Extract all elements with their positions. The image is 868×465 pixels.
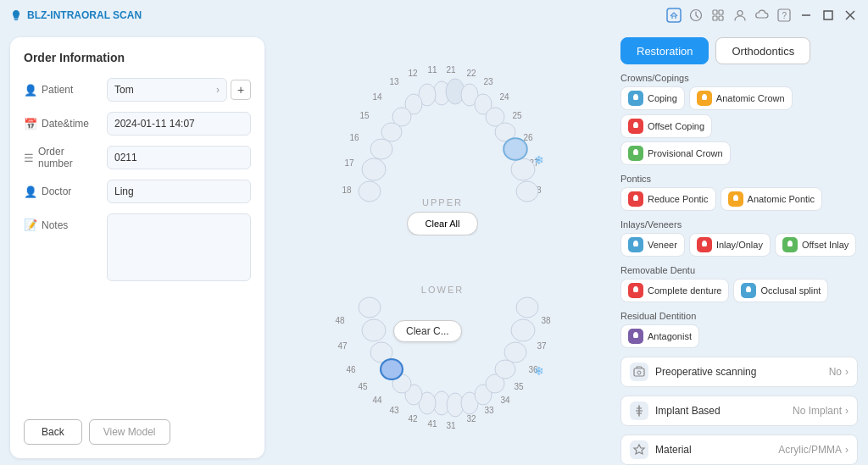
app-title-area: BLZ-INTRAORAL SCAN	[10, 9, 142, 21]
complete-denture-chip[interactable]: Complete denture	[620, 279, 729, 302]
material-value: Acrylic/PMMA ›	[778, 444, 849, 456]
clock-icon[interactable]	[688, 8, 704, 23]
preoperative-scanning-row[interactable]: Preoperative scanning No ›	[620, 357, 858, 387]
patient-value-field[interactable]: Tom ›	[107, 78, 227, 102]
svg-text:14: 14	[372, 92, 382, 102]
svg-text:48: 48	[335, 316, 345, 325]
dental-chart-svg: 11 21 12 22 13 23 14 24 15 25 16 26 17 2…	[307, 58, 578, 439]
crowns-section-label: Crowns/Copings	[620, 73, 858, 83]
clear-c-button[interactable]: Clear C...	[393, 320, 462, 342]
order-number-input[interactable]	[107, 146, 251, 169]
pontics-section: Pontics Reduce Pontic Anatomic Pontic	[620, 174, 858, 214]
reduce-pontic-chip[interactable]: Reduce Pontic	[620, 187, 716, 211]
material-chevron-icon: ›	[845, 444, 849, 456]
tab-row: Restoration Orthodontics	[620, 37, 858, 64]
left-panel-buttons: Back View Model	[24, 419, 251, 445]
dental-chart-panel: 11 21 12 22 13 23 14 24 15 25 16 26 17 2…	[273, 37, 612, 458]
occlusal-splint-icon	[741, 283, 756, 298]
pontics-items-grid: Reduce Pontic Anatomic Pontic	[620, 187, 858, 211]
patient-icon: 👤	[24, 84, 37, 97]
svg-rect-2	[667, 8, 681, 22]
coping-chip[interactable]: Coping	[620, 86, 685, 110]
removable-section-label: Removable Dentu	[620, 265, 858, 275]
svg-text:34: 34	[500, 396, 510, 405]
user-icon[interactable]	[732, 8, 748, 23]
svg-text:46: 46	[346, 365, 356, 374]
svg-text:37: 37	[537, 341, 547, 351]
svg-text:❄: ❄	[534, 364, 544, 378]
svg-rect-5	[719, 10, 723, 14]
notes-textarea[interactable]	[107, 213, 251, 281]
svg-text:18: 18	[342, 185, 352, 195]
provisional-crown-icon	[628, 146, 643, 161]
veneer-chip[interactable]: Veneer	[620, 233, 685, 257]
notes-row: 📝 Notes	[24, 213, 251, 281]
anatomic-crown-chip[interactable]: Anatomic Crown	[689, 86, 793, 110]
titlebar-controls: ?	[666, 8, 858, 23]
svg-text:25: 25	[512, 111, 522, 120]
residual-items-grid: Antagonist	[620, 324, 858, 348]
svg-text:22: 22	[466, 69, 476, 78]
help-icon[interactable]: ?	[776, 8, 792, 23]
offset-inlay-icon	[782, 237, 798, 252]
cloud-icon[interactable]	[754, 8, 770, 23]
grid-icon[interactable]	[710, 8, 726, 23]
implant-based-icon	[630, 401, 648, 420]
svg-point-46	[516, 181, 538, 202]
app-title: BLZ-INTRAORAL SCAN	[27, 9, 142, 21]
view-model-button[interactable]: View Model	[89, 419, 170, 445]
back-button[interactable]: Back	[24, 419, 82, 445]
restoration-tab[interactable]: Restoration	[620, 37, 709, 64]
order-number-row: ☰ Order number	[24, 146, 251, 169]
doctor-icon: 👤	[24, 185, 37, 198]
provisional-grid: Provisional Crown	[620, 141, 858, 165]
svg-text:24: 24	[499, 92, 509, 102]
svg-point-66	[381, 359, 403, 379]
antagonist-chip[interactable]: Antagonist	[620, 324, 699, 348]
svg-text:17: 17	[344, 158, 354, 168]
anatomic-crown-icon	[697, 91, 712, 106]
pontics-section-label: Pontics	[620, 174, 858, 184]
order-info-panel: Order Information 👤 Patient Tom › + 📅 Da…	[10, 37, 264, 458]
implant-based-row[interactable]: Implant Based No Implant ›	[620, 396, 858, 426]
doctor-input[interactable]	[107, 180, 251, 203]
offset-inlay-chip[interactable]: Offset Inlay	[775, 233, 856, 257]
maximize-button[interactable]	[821, 8, 836, 23]
svg-point-47	[504, 138, 527, 160]
main-content: Order Information 👤 Patient Tom › + 📅 Da…	[0, 30, 868, 465]
datetime-input[interactable]	[107, 112, 251, 136]
provisional-crown-chip[interactable]: Provisional Crown	[620, 141, 731, 165]
removable-section: Removable Dentu Complete denture Occlusa…	[620, 265, 858, 306]
coping-icon	[628, 91, 643, 106]
inlays-items-grid: Veneer Inlay/Onlay Offset Inlay	[620, 233, 858, 257]
antagonist-icon	[628, 329, 643, 344]
svg-point-64	[359, 297, 381, 318]
material-icon	[630, 440, 648, 459]
crowns-section: Crowns/Copings Coping Anatomic Crown	[620, 73, 858, 169]
svg-text:33: 33	[484, 406, 494, 415]
preoperative-scanning-chevron-icon: ›	[845, 366, 849, 378]
offset-coping-chip[interactable]: Offset Coping	[620, 114, 712, 138]
anatomic-pontic-icon	[728, 191, 743, 207]
svg-text:23: 23	[483, 77, 493, 86]
minimize-button[interactable]	[798, 8, 814, 23]
close-button[interactable]	[843, 8, 858, 23]
anatomic-pontic-chip[interactable]: Anatomic Pontic	[721, 187, 822, 211]
home-icon[interactable]	[666, 8, 682, 23]
svg-text:❄: ❄	[534, 153, 544, 167]
clear-all-button[interactable]: Clear All	[407, 212, 478, 235]
orthodontics-tab[interactable]: Orthodontics	[715, 37, 810, 64]
crowns-items-grid: Coping Anatomic Crown Offset Coping	[620, 86, 858, 138]
svg-point-41	[370, 139, 392, 159]
material-row[interactable]: Material Acrylic/PMMA ›	[620, 435, 858, 465]
occlusal-splint-chip[interactable]: Occlusal splint	[733, 279, 828, 302]
svg-text:12: 12	[408, 69, 418, 78]
notes-icon: 📝	[24, 219, 37, 231]
removable-items-grid: Complete denture Occlusal splint	[620, 279, 858, 302]
svg-point-59	[495, 360, 515, 379]
svg-text:13: 13	[389, 77, 399, 86]
svg-text:15: 15	[359, 111, 370, 120]
add-patient-button[interactable]: +	[231, 80, 251, 100]
complete-denture-icon	[628, 283, 643, 298]
inlay-onlay-chip[interactable]: Inlay/Onlay	[689, 233, 771, 257]
